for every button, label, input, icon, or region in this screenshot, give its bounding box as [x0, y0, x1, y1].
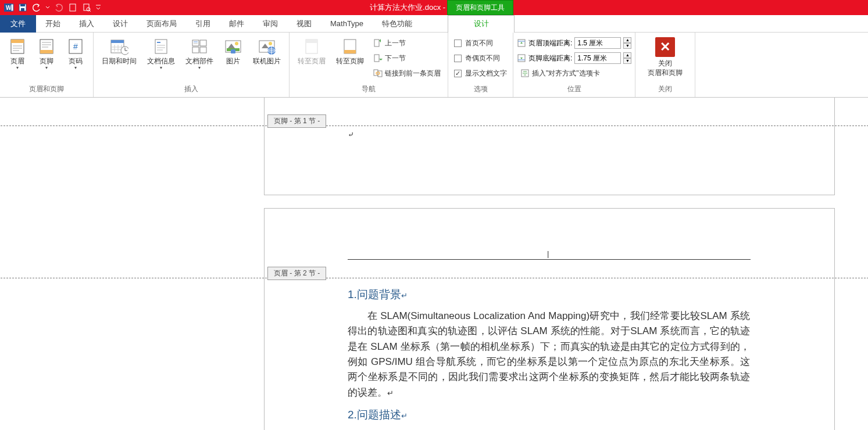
contextual-tab-header: 页眉和页脚工具: [447, 0, 513, 15]
heading-1: 1.问题背景↵: [348, 287, 408, 302]
chevron-down-icon: ▾: [45, 65, 48, 70]
header-border: [348, 259, 751, 260]
datetime-icon: [110, 37, 128, 56]
group-label: 关闭: [639, 83, 691, 97]
header-top-label: 页眉顶端距离:: [528, 38, 572, 48]
online-picture-button[interactable]: 联机图片: [248, 35, 285, 67]
tab-layout[interactable]: 页面布局: [137, 15, 186, 33]
goto-footer-button[interactable]: 转至页脚: [331, 35, 369, 67]
next-section-button[interactable]: 下一节: [370, 51, 444, 65]
goto-header-icon: [302, 37, 321, 56]
show-document-text-checkbox[interactable]: 显示文档文字: [452, 66, 509, 80]
docparts-icon: [190, 37, 209, 56]
qat-customize-icon[interactable]: [95, 2, 101, 13]
goto-footer-icon: [341, 37, 359, 56]
group-header-footer: 页眉 ▾ 页脚 ▾ # 页码 ▾ 页眉和页脚: [0, 33, 94, 97]
page-2: | 页眉 - 第 2 节 - 1.问题背景↵ 在 SLAM(Simultaneo…: [264, 208, 835, 430]
header-button[interactable]: 页眉 ▾: [3, 35, 31, 73]
svg-rect-57: [344, 50, 356, 53]
svg-rect-6: [70, 4, 76, 11]
tab-design[interactable]: 设计: [103, 15, 137, 33]
word-app-icon[interactable]: W: [3, 2, 14, 13]
title-bar: W 计算方法大作业.docx - Microsoft Word 页眉和页脚工具: [0, 0, 868, 15]
svg-rect-4: [20, 4, 25, 6]
footer-bottom-label: 页脚底端距离:: [528, 53, 572, 63]
footer-bottom-icon: [517, 53, 526, 63]
redo-icon[interactable]: [53, 2, 64, 13]
align-tab-icon: [520, 69, 530, 78]
header-icon: [8, 37, 27, 56]
chevron-down-icon: ▾: [16, 65, 19, 70]
chevron-down-icon: ▾: [74, 65, 77, 70]
docparts-button[interactable]: 文档部件 ▾: [181, 35, 218, 73]
picture-button[interactable]: 图片: [219, 35, 247, 67]
group-position: 页眉顶端距离: 1.5 厘米 ▲▼ 页脚底端距离: 1.75 厘米 ▲▼ 插入"…: [513, 33, 635, 97]
spinner-down-icon: ▼: [623, 43, 631, 49]
checkbox-checked-icon: [454, 70, 462, 77]
chevron-down-icon: ▾: [198, 65, 201, 70]
undo-icon[interactable]: [31, 2, 42, 13]
spinner-up-icon: ▲: [623, 37, 631, 43]
footer-icon: [37, 37, 56, 56]
svg-rect-47: [231, 49, 235, 53]
checkbox-icon: [454, 55, 462, 62]
ribbon-tabs: 文件 开始 插入 设计 页面布局 引用 邮件 审阅 视图 MathType 特色…: [0, 15, 868, 33]
tab-references[interactable]: 引用: [186, 15, 220, 33]
header-top-input[interactable]: 1.5 厘米: [574, 37, 621, 49]
quick-access-toolbar: W: [0, 2, 101, 13]
svg-rect-55: [306, 40, 317, 43]
footer-bottom-row: 页脚底端距离: 1.75 厘米 ▲▼: [517, 51, 631, 65]
different-odd-even-checkbox[interactable]: 奇偶页不同: [452, 51, 509, 65]
tab-file[interactable]: 文件: [0, 15, 36, 33]
tab-review[interactable]: 审阅: [253, 15, 287, 33]
save-icon[interactable]: [17, 2, 28, 13]
svg-point-46: [235, 42, 238, 45]
checkbox-icon: [454, 40, 462, 47]
svg-rect-34: [157, 42, 160, 43]
spinner-down-icon: ▼: [623, 58, 631, 64]
svg-rect-38: [192, 40, 199, 46]
footer-button[interactable]: 页脚 ▾: [33, 35, 60, 73]
docinfo-icon: [152, 37, 170, 56]
tab-hf-design[interactable]: 设计: [448, 15, 515, 33]
undo-dropdown-icon[interactable]: [45, 2, 50, 13]
group-label: 选项: [452, 83, 509, 97]
header-top-row: 页眉顶端距离: 1.5 厘米 ▲▼: [517, 36, 631, 50]
body-paragraph-1: 在 SLAM(Simultaneous Localization And Map…: [348, 309, 750, 400]
footer-dash-line: [1, 126, 868, 126]
svg-rect-12: [11, 40, 24, 43]
tab-mailings[interactable]: 邮件: [220, 15, 253, 33]
svg-rect-5: [21, 8, 24, 11]
group-label: 插入: [97, 83, 285, 97]
datetime-button[interactable]: 日期和时间: [97, 35, 141, 67]
svg-line-9: [90, 10, 91, 12]
different-first-page-checkbox[interactable]: 首页不同: [452, 36, 509, 50]
svg-rect-7: [84, 4, 89, 10]
prev-section-button[interactable]: 上一节: [370, 36, 444, 50]
group-label: 位置: [517, 83, 631, 97]
tab-insert[interactable]: 插入: [70, 15, 103, 33]
tab-special[interactable]: 特色功能: [373, 15, 422, 33]
new-doc-icon[interactable]: [67, 2, 78, 13]
group-options: 首页不同 奇偶页不同 显示文档文字 选项: [448, 33, 513, 97]
svg-rect-2: [11, 4, 13, 11]
tab-view[interactable]: 视图: [287, 15, 321, 33]
goto-header-button: 转至页眉: [293, 35, 330, 67]
pagenumber-button[interactable]: # 页码 ▾: [62, 35, 90, 73]
group-close: ✕ 关闭 页眉和页脚 关闭: [635, 33, 695, 97]
print-preview-icon[interactable]: [81, 2, 92, 13]
document-area[interactable]: 页脚 - 第 1 节 - ⤶ | 页眉 - 第 2 节 - 1.问题背景↵ 在 …: [0, 98, 868, 430]
page-1: 页脚 - 第 1 节 - ⤶: [264, 98, 835, 195]
footer-bottom-input[interactable]: 1.75 厘米: [574, 52, 621, 64]
footer-bottom-spinner[interactable]: ▲▼: [623, 52, 631, 64]
link-previous-button[interactable]: 链接到前一条页眉: [370, 66, 444, 80]
tab-mathtype[interactable]: MathType: [321, 15, 373, 33]
close-header-footer-button[interactable]: ✕ 关闭 页眉和页脚: [641, 35, 690, 80]
chevron-down-icon: ▾: [160, 65, 162, 70]
svg-rect-58: [374, 40, 379, 46]
insert-align-tab-button[interactable]: 插入"对齐方式"选项卡: [517, 66, 631, 80]
header-top-spinner[interactable]: ▲▼: [623, 37, 631, 49]
group-navigation: 转至页眉 转至页脚 上一节 下一节 链接到前一条页眉: [290, 33, 448, 97]
docinfo-button[interactable]: 文档信息 ▾: [142, 35, 180, 73]
tab-home[interactable]: 开始: [36, 15, 70, 33]
